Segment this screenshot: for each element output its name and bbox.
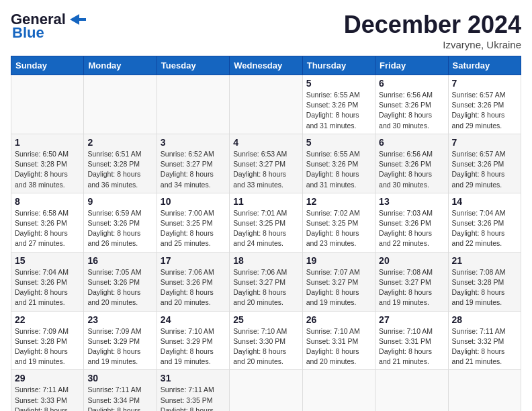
- empty-cell: [157, 75, 229, 134]
- day-number: 5: [306, 78, 371, 89]
- day-cell-13: 13 Sunrise: 7:03 AMSunset: 3:26 PMDaylig…: [375, 193, 448, 252]
- day-info: Sunrise: 6:50 AMSunset: 3:28 PMDaylight:…: [15, 149, 80, 190]
- day-info: Sunrise: 7:04 AMSunset: 3:26 PMDaylight:…: [452, 208, 517, 249]
- empty-cell: [302, 370, 375, 411]
- day-cell-22: 22 Sunrise: 7:09 AMSunset: 3:28 PMDaylig…: [11, 311, 84, 370]
- empty-cell: [230, 370, 302, 411]
- week-row-1: 5 Sunrise: 6:55 AMSunset: 3:26 PMDayligh…: [11, 75, 521, 134]
- day-number: 19: [306, 255, 371, 266]
- day-info: Sunrise: 7:11 AMSunset: 3:34 PMDaylight:…: [87, 385, 152, 411]
- day-info: Sunrise: 6:55 AMSunset: 3:26 PMDaylight:…: [306, 149, 371, 190]
- day-info: Sunrise: 6:55 AMSunset: 3:26 PMDaylight:…: [306, 90, 371, 131]
- empty-cell: [230, 75, 302, 134]
- page-header: General Blue December 2024 Izvaryne, Ukr…: [11, 11, 521, 50]
- day-number: 15: [15, 255, 80, 266]
- day-info: Sunrise: 6:57 AMSunset: 3:26 PMDaylight:…: [452, 149, 517, 190]
- day-cell-15: 15 Sunrise: 7:04 AMSunset: 3:26 PMDaylig…: [11, 252, 84, 311]
- day-cell-31: 31 Sunrise: 7:11 AMSunset: 3:35 PMDaylig…: [157, 370, 229, 411]
- week-row-2: 1 Sunrise: 6:50 AMSunset: 3:28 PMDayligh…: [11, 134, 521, 193]
- day-number: 3: [161, 137, 226, 148]
- col-saturday: Saturday: [448, 56, 521, 75]
- day-cell-6b: 6 Sunrise: 6:56 AMSunset: 3:26 PMDayligh…: [375, 134, 448, 193]
- day-number: 29: [15, 373, 80, 383]
- day-info: Sunrise: 7:05 AMSunset: 3:26 PMDaylight:…: [87, 267, 152, 308]
- day-info: Sunrise: 7:03 AMSunset: 3:26 PMDaylight:…: [379, 208, 444, 249]
- day-info: Sunrise: 7:11 AMSunset: 3:32 PMDaylight:…: [452, 326, 517, 367]
- day-info: Sunrise: 7:09 AMSunset: 3:29 PMDaylight:…: [87, 326, 152, 367]
- col-wednesday: Wednesday: [230, 56, 302, 75]
- day-info: Sunrise: 7:04 AMSunset: 3:26 PMDaylight:…: [15, 267, 80, 308]
- day-number: 12: [306, 196, 371, 207]
- day-number: 27: [379, 314, 444, 325]
- day-cell-20: 20 Sunrise: 7:08 AMSunset: 3:27 PMDaylig…: [375, 252, 448, 311]
- day-number: 1: [15, 137, 80, 148]
- day-info: Sunrise: 6:57 AMSunset: 3:26 PMDaylight:…: [452, 90, 517, 131]
- day-info: Sunrise: 7:09 AMSunset: 3:28 PMDaylight:…: [15, 326, 80, 367]
- day-cell-9: 9 Sunrise: 6:59 AMSunset: 3:26 PMDayligh…: [84, 193, 157, 252]
- logo-text-blue: Blue: [12, 24, 44, 42]
- day-cell-18: 18 Sunrise: 7:06 AMSunset: 3:27 PMDaylig…: [230, 252, 302, 311]
- day-cell-7b: 7 Sunrise: 6:57 AMSunset: 3:26 PMDayligh…: [448, 134, 521, 193]
- day-number: 28: [452, 314, 517, 325]
- day-info: Sunrise: 7:10 AMSunset: 3:31 PMDaylight:…: [379, 326, 444, 367]
- day-number: 11: [233, 196, 298, 207]
- day-number: 9: [87, 196, 152, 207]
- day-number: 16: [87, 255, 152, 266]
- day-number: 6: [379, 78, 444, 89]
- day-cell-28: 28 Sunrise: 7:11 AMSunset: 3:32 PMDaylig…: [448, 311, 521, 370]
- day-info: Sunrise: 6:58 AMSunset: 3:26 PMDaylight:…: [15, 208, 80, 249]
- day-info: Sunrise: 7:11 AMSunset: 3:35 PMDaylight:…: [161, 385, 226, 411]
- logo-arrow-icon: [67, 13, 86, 26]
- day-cell-26: 26 Sunrise: 7:10 AMSunset: 3:31 PMDaylig…: [302, 311, 375, 370]
- day-info: Sunrise: 6:56 AMSunset: 3:26 PMDaylight:…: [379, 90, 444, 131]
- day-info: Sunrise: 7:07 AMSunset: 3:27 PMDaylight:…: [306, 267, 371, 308]
- day-info: Sunrise: 7:06 AMSunset: 3:27 PMDaylight:…: [233, 267, 298, 308]
- title-block: December 2024 Izvaryne, Ukraine: [344, 11, 521, 50]
- day-cell-27: 27 Sunrise: 7:10 AMSunset: 3:31 PMDaylig…: [375, 311, 448, 370]
- col-tuesday: Tuesday: [157, 56, 229, 75]
- day-info: Sunrise: 7:10 AMSunset: 3:30 PMDaylight:…: [233, 326, 298, 367]
- day-info: Sunrise: 6:52 AMSunset: 3:27 PMDaylight:…: [161, 149, 226, 190]
- calendar-table: Sunday Monday Tuesday Wednesday Thursday…: [11, 56, 521, 411]
- day-cell-8: 8 Sunrise: 6:58 AMSunset: 3:26 PMDayligh…: [11, 193, 84, 252]
- day-number: 23: [87, 314, 152, 325]
- day-number: 7: [452, 78, 517, 89]
- day-number: 6: [379, 137, 444, 148]
- day-cell-7: 7 Sunrise: 6:57 AMSunset: 3:26 PMDayligh…: [448, 75, 521, 134]
- day-number: 21: [452, 255, 517, 266]
- day-info: Sunrise: 6:56 AMSunset: 3:26 PMDaylight:…: [379, 149, 444, 190]
- day-number: 4: [233, 137, 298, 148]
- day-info: Sunrise: 7:10 AMSunset: 3:29 PMDaylight:…: [161, 326, 226, 367]
- day-number: 17: [161, 255, 226, 266]
- day-info: Sunrise: 6:53 AMSunset: 3:27 PMDaylight:…: [233, 149, 298, 190]
- day-number: 24: [161, 314, 226, 325]
- day-info: Sunrise: 7:06 AMSunset: 3:26 PMDaylight:…: [161, 267, 226, 308]
- svg-marker-0: [70, 14, 86, 25]
- day-info: Sunrise: 7:01 AMSunset: 3:25 PMDaylight:…: [233, 208, 298, 249]
- location-label: Izvaryne, Ukraine: [344, 39, 521, 50]
- day-cell-29: 29 Sunrise: 7:11 AMSunset: 3:33 PMDaylig…: [11, 370, 84, 411]
- day-cell-17: 17 Sunrise: 7:06 AMSunset: 3:26 PMDaylig…: [157, 252, 229, 311]
- day-cell-23: 23 Sunrise: 7:09 AMSunset: 3:29 PMDaylig…: [84, 311, 157, 370]
- month-title: December 2024: [344, 11, 521, 39]
- day-cell-25: 25 Sunrise: 7:10 AMSunset: 3:30 PMDaylig…: [230, 311, 302, 370]
- day-cell-5: 5 Sunrise: 6:55 AMSunset: 3:26 PMDayligh…: [302, 75, 375, 134]
- day-cell-30: 30 Sunrise: 7:11 AMSunset: 3:34 PMDaylig…: [84, 370, 157, 411]
- week-row-5: 22 Sunrise: 7:09 AMSunset: 3:28 PMDaylig…: [11, 311, 521, 370]
- day-number: 31: [161, 373, 226, 383]
- week-row-4: 15 Sunrise: 7:04 AMSunset: 3:26 PMDaylig…: [11, 252, 521, 311]
- day-number: 20: [379, 255, 444, 266]
- day-number: 30: [87, 373, 152, 383]
- day-info: Sunrise: 7:10 AMSunset: 3:31 PMDaylight:…: [306, 326, 371, 367]
- day-number: 2: [87, 137, 152, 148]
- day-cell-2: 2 Sunrise: 6:51 AMSunset: 3:28 PMDayligh…: [84, 134, 157, 193]
- day-number: 22: [15, 314, 80, 325]
- day-cell-14: 14 Sunrise: 7:04 AMSunset: 3:26 PMDaylig…: [448, 193, 521, 252]
- day-number: 26: [306, 314, 371, 325]
- empty-cell: [375, 370, 448, 411]
- col-friday: Friday: [375, 56, 448, 75]
- day-info: Sunrise: 7:08 AMSunset: 3:28 PMDaylight:…: [452, 267, 517, 308]
- calendar-header-row: Sunday Monday Tuesday Wednesday Thursday…: [11, 56, 521, 75]
- day-number: 18: [233, 255, 298, 266]
- day-info: Sunrise: 7:08 AMSunset: 3:27 PMDaylight:…: [379, 267, 444, 308]
